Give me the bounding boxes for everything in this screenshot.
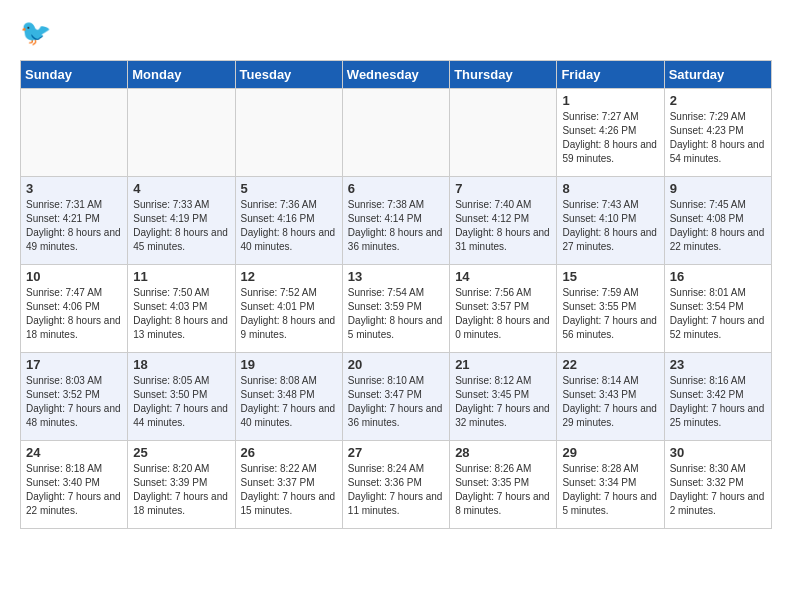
header-wednesday: Wednesday — [342, 61, 449, 89]
header-monday: Monday — [128, 61, 235, 89]
day-number: 14 — [455, 269, 551, 284]
day-info: Sunrise: 8:16 AM Sunset: 3:42 PM Dayligh… — [670, 374, 766, 430]
day-info: Sunrise: 8:28 AM Sunset: 3:34 PM Dayligh… — [562, 462, 658, 518]
day-number: 3 — [26, 181, 122, 196]
day-number: 9 — [670, 181, 766, 196]
calendar-cell: 26Sunrise: 8:22 AM Sunset: 3:37 PM Dayli… — [235, 441, 342, 529]
day-info: Sunrise: 7:56 AM Sunset: 3:57 PM Dayligh… — [455, 286, 551, 342]
calendar-cell — [128, 89, 235, 177]
day-info: Sunrise: 8:05 AM Sunset: 3:50 PM Dayligh… — [133, 374, 229, 430]
day-info: Sunrise: 8:08 AM Sunset: 3:48 PM Dayligh… — [241, 374, 337, 430]
logo-icon: 🐦 — [20, 16, 56, 52]
calendar-cell: 2Sunrise: 7:29 AM Sunset: 4:23 PM Daylig… — [664, 89, 771, 177]
day-number: 10 — [26, 269, 122, 284]
day-info: Sunrise: 7:33 AM Sunset: 4:19 PM Dayligh… — [133, 198, 229, 254]
calendar-cell: 6Sunrise: 7:38 AM Sunset: 4:14 PM Daylig… — [342, 177, 449, 265]
calendar-cell: 11Sunrise: 7:50 AM Sunset: 4:03 PM Dayli… — [128, 265, 235, 353]
calendar-cell: 7Sunrise: 7:40 AM Sunset: 4:12 PM Daylig… — [450, 177, 557, 265]
day-number: 1 — [562, 93, 658, 108]
header-friday: Friday — [557, 61, 664, 89]
day-number: 29 — [562, 445, 658, 460]
day-number: 26 — [241, 445, 337, 460]
calendar-cell: 30Sunrise: 8:30 AM Sunset: 3:32 PM Dayli… — [664, 441, 771, 529]
calendar-cell — [21, 89, 128, 177]
calendar-cell: 9Sunrise: 7:45 AM Sunset: 4:08 PM Daylig… — [664, 177, 771, 265]
week-row-1: 3Sunrise: 7:31 AM Sunset: 4:21 PM Daylig… — [21, 177, 772, 265]
calendar-cell: 25Sunrise: 8:20 AM Sunset: 3:39 PM Dayli… — [128, 441, 235, 529]
svg-text:🐦: 🐦 — [20, 17, 52, 48]
calendar-cell: 23Sunrise: 8:16 AM Sunset: 3:42 PM Dayli… — [664, 353, 771, 441]
day-number: 19 — [241, 357, 337, 372]
calendar-cell: 21Sunrise: 8:12 AM Sunset: 3:45 PM Dayli… — [450, 353, 557, 441]
calendar-cell — [235, 89, 342, 177]
week-row-0: 1Sunrise: 7:27 AM Sunset: 4:26 PM Daylig… — [21, 89, 772, 177]
day-number: 11 — [133, 269, 229, 284]
day-number: 20 — [348, 357, 444, 372]
calendar-cell: 20Sunrise: 8:10 AM Sunset: 3:47 PM Dayli… — [342, 353, 449, 441]
page-header: 🐦 — [20, 16, 772, 52]
day-info: Sunrise: 7:31 AM Sunset: 4:21 PM Dayligh… — [26, 198, 122, 254]
calendar-table: SundayMondayTuesdayWednesdayThursdayFrid… — [20, 60, 772, 529]
calendar-cell: 16Sunrise: 8:01 AM Sunset: 3:54 PM Dayli… — [664, 265, 771, 353]
calendar-cell: 14Sunrise: 7:56 AM Sunset: 3:57 PM Dayli… — [450, 265, 557, 353]
day-info: Sunrise: 8:22 AM Sunset: 3:37 PM Dayligh… — [241, 462, 337, 518]
calendar-cell: 13Sunrise: 7:54 AM Sunset: 3:59 PM Dayli… — [342, 265, 449, 353]
day-info: Sunrise: 7:38 AM Sunset: 4:14 PM Dayligh… — [348, 198, 444, 254]
calendar-cell — [342, 89, 449, 177]
week-row-3: 17Sunrise: 8:03 AM Sunset: 3:52 PM Dayli… — [21, 353, 772, 441]
calendar-cell: 24Sunrise: 8:18 AM Sunset: 3:40 PM Dayli… — [21, 441, 128, 529]
calendar-cell: 27Sunrise: 8:24 AM Sunset: 3:36 PM Dayli… — [342, 441, 449, 529]
day-number: 24 — [26, 445, 122, 460]
day-number: 16 — [670, 269, 766, 284]
header-sunday: Sunday — [21, 61, 128, 89]
day-info: Sunrise: 7:36 AM Sunset: 4:16 PM Dayligh… — [241, 198, 337, 254]
day-info: Sunrise: 7:47 AM Sunset: 4:06 PM Dayligh… — [26, 286, 122, 342]
day-number: 8 — [562, 181, 658, 196]
day-number: 2 — [670, 93, 766, 108]
day-info: Sunrise: 8:10 AM Sunset: 3:47 PM Dayligh… — [348, 374, 444, 430]
day-info: Sunrise: 7:52 AM Sunset: 4:01 PM Dayligh… — [241, 286, 337, 342]
calendar-cell: 28Sunrise: 8:26 AM Sunset: 3:35 PM Dayli… — [450, 441, 557, 529]
day-number: 23 — [670, 357, 766, 372]
calendar-cell — [450, 89, 557, 177]
day-number: 13 — [348, 269, 444, 284]
day-number: 30 — [670, 445, 766, 460]
calendar-cell: 15Sunrise: 7:59 AM Sunset: 3:55 PM Dayli… — [557, 265, 664, 353]
week-row-2: 10Sunrise: 7:47 AM Sunset: 4:06 PM Dayli… — [21, 265, 772, 353]
day-info: Sunrise: 8:26 AM Sunset: 3:35 PM Dayligh… — [455, 462, 551, 518]
day-info: Sunrise: 7:45 AM Sunset: 4:08 PM Dayligh… — [670, 198, 766, 254]
day-number: 12 — [241, 269, 337, 284]
calendar-cell: 8Sunrise: 7:43 AM Sunset: 4:10 PM Daylig… — [557, 177, 664, 265]
week-row-4: 24Sunrise: 8:18 AM Sunset: 3:40 PM Dayli… — [21, 441, 772, 529]
header-tuesday: Tuesday — [235, 61, 342, 89]
day-info: Sunrise: 8:30 AM Sunset: 3:32 PM Dayligh… — [670, 462, 766, 518]
day-info: Sunrise: 7:54 AM Sunset: 3:59 PM Dayligh… — [348, 286, 444, 342]
day-number: 17 — [26, 357, 122, 372]
day-info: Sunrise: 7:40 AM Sunset: 4:12 PM Dayligh… — [455, 198, 551, 254]
day-number: 6 — [348, 181, 444, 196]
calendar-cell: 10Sunrise: 7:47 AM Sunset: 4:06 PM Dayli… — [21, 265, 128, 353]
day-number: 5 — [241, 181, 337, 196]
calendar-header-row: SundayMondayTuesdayWednesdayThursdayFrid… — [21, 61, 772, 89]
header-saturday: Saturday — [664, 61, 771, 89]
calendar-cell: 29Sunrise: 8:28 AM Sunset: 3:34 PM Dayli… — [557, 441, 664, 529]
day-number: 28 — [455, 445, 551, 460]
day-number: 15 — [562, 269, 658, 284]
day-info: Sunrise: 7:59 AM Sunset: 3:55 PM Dayligh… — [562, 286, 658, 342]
day-info: Sunrise: 7:43 AM Sunset: 4:10 PM Dayligh… — [562, 198, 658, 254]
day-number: 25 — [133, 445, 229, 460]
day-info: Sunrise: 8:20 AM Sunset: 3:39 PM Dayligh… — [133, 462, 229, 518]
day-info: Sunrise: 8:01 AM Sunset: 3:54 PM Dayligh… — [670, 286, 766, 342]
day-number: 7 — [455, 181, 551, 196]
day-info: Sunrise: 7:29 AM Sunset: 4:23 PM Dayligh… — [670, 110, 766, 166]
calendar-cell: 1Sunrise: 7:27 AM Sunset: 4:26 PM Daylig… — [557, 89, 664, 177]
day-number: 4 — [133, 181, 229, 196]
day-info: Sunrise: 8:03 AM Sunset: 3:52 PM Dayligh… — [26, 374, 122, 430]
day-info: Sunrise: 8:24 AM Sunset: 3:36 PM Dayligh… — [348, 462, 444, 518]
day-info: Sunrise: 7:27 AM Sunset: 4:26 PM Dayligh… — [562, 110, 658, 166]
header-thursday: Thursday — [450, 61, 557, 89]
calendar-cell: 17Sunrise: 8:03 AM Sunset: 3:52 PM Dayli… — [21, 353, 128, 441]
logo: 🐦 — [20, 16, 60, 52]
calendar-cell: 18Sunrise: 8:05 AM Sunset: 3:50 PM Dayli… — [128, 353, 235, 441]
calendar-cell: 19Sunrise: 8:08 AM Sunset: 3:48 PM Dayli… — [235, 353, 342, 441]
